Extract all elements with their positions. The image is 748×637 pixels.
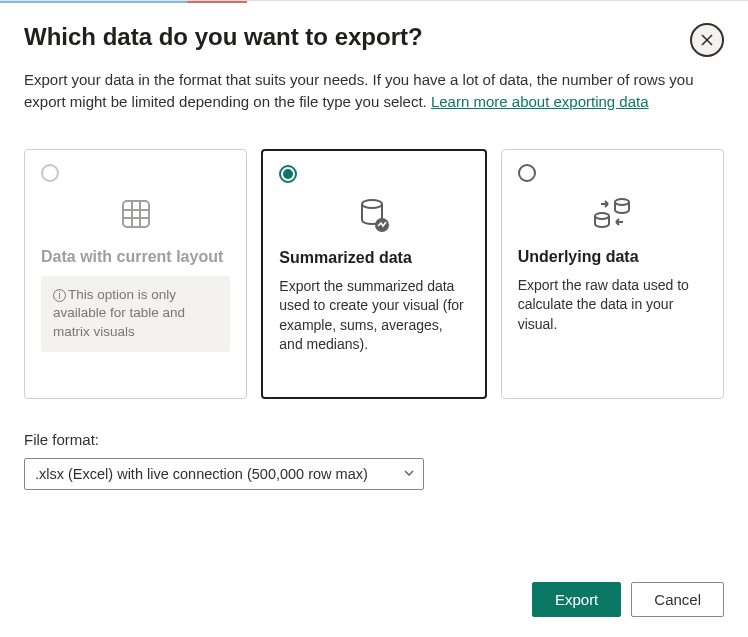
card-data-with-current-layout: Data with current layout iThis option is…: [24, 149, 247, 399]
dialog-footer: Export Cancel: [532, 582, 724, 617]
card-desc-summarized: Export the summarized data used to creat…: [279, 277, 468, 355]
top-accent-bar: [0, 1, 748, 3]
svg-point-7: [362, 200, 382, 208]
card-title-underlying: Underlying data: [518, 248, 707, 266]
radio-underlying[interactable]: [518, 164, 536, 182]
card-title-layout: Data with current layout: [41, 248, 230, 266]
close-button[interactable]: [690, 23, 724, 57]
cancel-button[interactable]: Cancel: [631, 582, 724, 617]
svg-point-10: [595, 213, 609, 219]
file-format-value: .xlsx (Excel) with live connection (500,…: [35, 466, 368, 482]
radio-summarized[interactable]: [279, 165, 297, 183]
card-note-text: This option is only available for table …: [53, 287, 185, 340]
database-transfer-icon: [518, 190, 707, 238]
database-chart-icon: [279, 191, 468, 239]
file-format-label: File format:: [24, 431, 724, 448]
close-icon: [699, 32, 715, 48]
card-desc-underlying: Export the raw data used to calculate th…: [518, 276, 707, 335]
export-option-cards: Data with current layout iThis option is…: [24, 149, 724, 399]
svg-rect-2: [123, 201, 149, 227]
card-note-layout: iThis option is only available for table…: [41, 276, 230, 353]
grid-table-icon: [41, 190, 230, 238]
card-title-summarized: Summarized data: [279, 249, 468, 267]
radio-layout: [41, 164, 59, 182]
export-button[interactable]: Export: [532, 582, 621, 617]
svg-point-9: [615, 199, 629, 205]
page-title: Which data do you want to export?: [24, 23, 423, 51]
card-underlying-data[interactable]: Underlying data Export the raw data used…: [501, 149, 724, 399]
description-text: Export your data in the format that suit…: [24, 69, 724, 113]
chevron-down-icon: [403, 466, 415, 482]
card-summarized-data[interactable]: Summarized data Export the summarized da…: [261, 149, 486, 399]
info-icon: i: [53, 289, 66, 302]
file-format-select[interactable]: .xlsx (Excel) with live connection (500,…: [24, 458, 424, 490]
learn-more-link[interactable]: Learn more about exporting data: [431, 93, 649, 110]
